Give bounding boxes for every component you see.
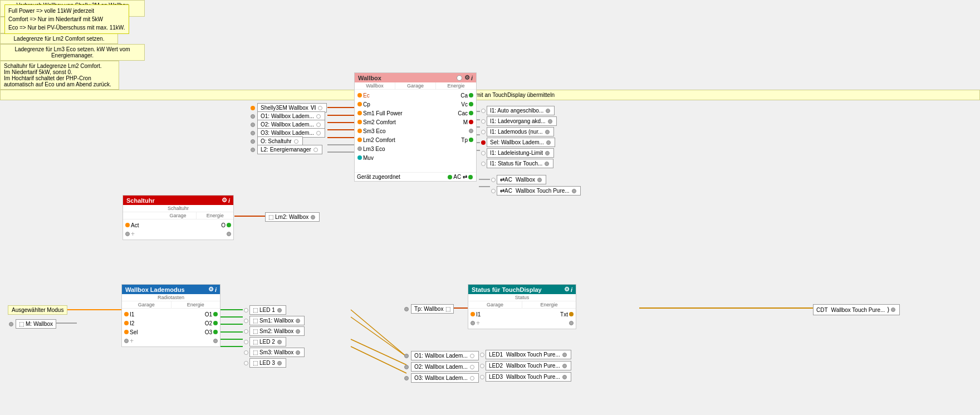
right-block-2[interactable]: I1: Ladevorgang akd...	[487, 116, 557, 126]
wallbox-node: Wallbox ⚙ i Wallbox Garage Energie Ec Cp…	[354, 72, 477, 182]
ac-wallbox-2[interactable]: ⇄AC Wallbox Touch Pure...	[497, 186, 581, 196]
gear-icon-schaltuhr[interactable]: ⚙	[222, 197, 227, 204]
sm2-wallbox-box[interactable]: ⬚ Sm2: Wallbox	[249, 326, 305, 336]
lower-o2-box[interactable]: O2: Wallbox Ladem...	[411, 362, 479, 372]
cdt-box[interactable]: CDT Wallbox Touch Pure... ⟩	[813, 304, 900, 315]
port-l2	[251, 148, 255, 152]
schaltuhr-node: Schaltuhr ⚙ i Schaltuhr Garage Energie A…	[122, 195, 234, 240]
wallbox-ac-outputs: ⇄AC Wallbox ⇄AC Wallbox Touch Pure...	[490, 175, 581, 196]
info-icon-schaltuhr[interactable]: i	[228, 197, 230, 204]
wallbox-header: Wallbox ⚙ i	[355, 73, 476, 82]
lower-o3-box[interactable]: O3: Wallbox Ladem...	[411, 373, 479, 383]
sm1-wallbox-box[interactable]: ⬚ Sm1: Wallbox	[249, 316, 305, 325]
led3-touch-box[interactable]: LED3 Wallbox Touch Pure...	[486, 372, 571, 382]
svg-line-26	[351, 310, 406, 357]
ac-wallbox-1[interactable]: ⇄AC Wallbox	[497, 175, 546, 184]
note-schaltuhr: Schaltuhr für Ladegrenze Lm2 Comfort. Im…	[0, 61, 119, 90]
led-touch-group: LED1 Wallbox Touch Pure... LED2 Wallbox …	[479, 350, 571, 382]
lademodus-header: Wallbox Lademodus ⚙ i	[122, 285, 220, 294]
right-block-6[interactable]: I1: Status für Touch...	[487, 159, 553, 168]
port-o2	[251, 123, 255, 127]
right-block-4[interactable]: Sel: Wallbox Ladem...	[487, 138, 555, 147]
note-tp: Tp = Ladeleistung Limit an TouchDisplay …	[0, 90, 980, 100]
lm2-wallbox-box[interactable]: ⬚ Lm2: Wallbox	[265, 212, 320, 222]
led1-box[interactable]: ⬚ LED 1	[249, 305, 286, 315]
port-o1	[251, 114, 255, 119]
led2-touch-box[interactable]: LED2 Wallbox Touch Pure...	[486, 361, 571, 370]
lower-o1-box[interactable]: O1: Wallbox Ladem...	[411, 351, 479, 360]
right-block-1[interactable]: I1: Auto angeschlbo...	[487, 106, 555, 115]
schaltuhr-header: Schaltuhr ⚙ i	[123, 196, 233, 205]
tp-wallbox-container: Tp: Wallbox ⬚	[403, 304, 454, 314]
port-o3	[251, 131, 255, 135]
lm2-wallbox-container: ⬚ Lm2: Wallbox	[265, 212, 320, 222]
note-ladegrenze-lm3: Ladegrenze für Lm3 Eco setzen. kW Wert v…	[0, 44, 145, 61]
sm3-wallbox-box[interactable]: ⬚ Sm3: Wallbox	[249, 348, 305, 357]
gear-icon-status[interactable]: ⚙	[564, 286, 570, 293]
input-l2-energie: L2: Energiemanager	[249, 145, 322, 154]
ausgewaehlter-modus-container: Ausgewählter Modus	[8, 305, 67, 315]
gear-icon[interactable]: ⚙	[464, 74, 470, 81]
svg-line-28	[351, 339, 406, 365]
m-wallbox-container: ⬚ M: Wallbox	[8, 319, 56, 329]
led-outputs-group: ⬚ LED 1 ⬚ Sm1: Wallbox ⬚ Sm2: Wallbox ⬚ …	[243, 305, 305, 369]
right-block-3[interactable]: I1: Lademodus (nur...	[487, 127, 554, 136]
led2-box[interactable]: ⬚ LED 2	[249, 337, 286, 346]
right-block-5[interactable]: I1: Ladeleistung-Limit	[487, 148, 554, 158]
status-touchdisplay-node: Status für TouchDisplay ⚙ i Status Garag…	[468, 284, 576, 329]
right-outputs-group: I1: Auto angeschlbo... I1: Ladevorgang a…	[480, 106, 557, 169]
tp-wallbox-box[interactable]: Tp: Wallbox ⬚	[411, 304, 454, 314]
cdt-container: CDT Wallbox Touch Pure... ⟩	[813, 304, 900, 315]
svg-line-27	[351, 317, 406, 357]
gear-icon-lademodus[interactable]: ⚙	[208, 286, 214, 293]
tooltip-modes: Full Power => volle 11kW jederzeit Comfo…	[4, 4, 129, 34]
port-shelly	[251, 106, 255, 110]
svg-line-29	[351, 346, 406, 373]
led3-box[interactable]: ⬚ LED 3	[249, 358, 286, 368]
m-wallbox-box[interactable]: ⬚ M: Wallbox	[16, 319, 56, 329]
lower-inputs-group: O1: Wallbox Ladem... O2: Wallbox Ladem..…	[403, 351, 479, 383]
info-icon-status[interactable]: i	[571, 286, 572, 293]
led1-touch-box[interactable]: LED1 Wallbox Touch Pure...	[486, 350, 571, 359]
status-header: Status für TouchDisplay ⚙ i	[468, 285, 576, 294]
ausgewaehlter-modus-box: Ausgewählter Modus	[8, 305, 67, 315]
l2-box[interactable]: L2: Energiemanager	[257, 145, 322, 154]
info-icon-lademodus[interactable]: i	[215, 286, 217, 293]
port-o-schaltuhr	[251, 139, 255, 144]
note-ladegrenze-lm2: Ladegrenze für Lm2 Comfort setzen.	[0, 33, 118, 44]
wallbox-lademodus-node: Wallbox Lademodus ⚙ i Radiotasten Garage…	[121, 284, 220, 347]
info-icon[interactable]: i	[471, 75, 473, 81]
